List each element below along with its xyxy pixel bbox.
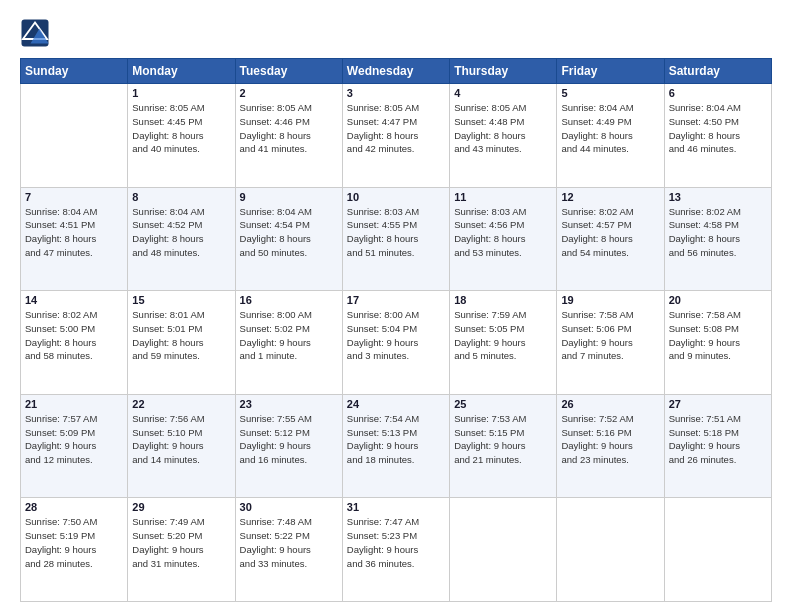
logo-icon <box>20 18 50 48</box>
calendar-cell: 15Sunrise: 8:01 AM Sunset: 5:01 PM Dayli… <box>128 291 235 395</box>
day-detail: Sunrise: 7:59 AM Sunset: 5:05 PM Dayligh… <box>454 308 552 363</box>
calendar-header-saturday: Saturday <box>664 59 771 84</box>
calendar-cell: 12Sunrise: 8:02 AM Sunset: 4:57 PM Dayli… <box>557 187 664 291</box>
calendar-cell: 10Sunrise: 8:03 AM Sunset: 4:55 PM Dayli… <box>342 187 449 291</box>
day-number: 29 <box>132 501 230 513</box>
calendar-cell: 9Sunrise: 8:04 AM Sunset: 4:54 PM Daylig… <box>235 187 342 291</box>
calendar-cell: 13Sunrise: 8:02 AM Sunset: 4:58 PM Dayli… <box>664 187 771 291</box>
day-detail: Sunrise: 8:05 AM Sunset: 4:45 PM Dayligh… <box>132 101 230 156</box>
calendar-cell <box>664 498 771 602</box>
day-number: 24 <box>347 398 445 410</box>
calendar-cell: 22Sunrise: 7:56 AM Sunset: 5:10 PM Dayli… <box>128 394 235 498</box>
calendar-cell <box>21 84 128 188</box>
day-number: 6 <box>669 87 767 99</box>
calendar-cell: 25Sunrise: 7:53 AM Sunset: 5:15 PM Dayli… <box>450 394 557 498</box>
day-detail: Sunrise: 8:02 AM Sunset: 4:57 PM Dayligh… <box>561 205 659 260</box>
day-number: 7 <box>25 191 123 203</box>
calendar-cell: 18Sunrise: 7:59 AM Sunset: 5:05 PM Dayli… <box>450 291 557 395</box>
day-number: 25 <box>454 398 552 410</box>
day-number: 18 <box>454 294 552 306</box>
day-number: 8 <box>132 191 230 203</box>
calendar-cell: 8Sunrise: 8:04 AM Sunset: 4:52 PM Daylig… <box>128 187 235 291</box>
calendar-cell: 1Sunrise: 8:05 AM Sunset: 4:45 PM Daylig… <box>128 84 235 188</box>
day-detail: Sunrise: 8:04 AM Sunset: 4:52 PM Dayligh… <box>132 205 230 260</box>
day-number: 28 <box>25 501 123 513</box>
calendar-cell: 28Sunrise: 7:50 AM Sunset: 5:19 PM Dayli… <box>21 498 128 602</box>
day-detail: Sunrise: 7:47 AM Sunset: 5:23 PM Dayligh… <box>347 515 445 570</box>
calendar-cell: 14Sunrise: 8:02 AM Sunset: 5:00 PM Dayli… <box>21 291 128 395</box>
day-number: 31 <box>347 501 445 513</box>
day-detail: Sunrise: 7:58 AM Sunset: 5:08 PM Dayligh… <box>669 308 767 363</box>
calendar-cell: 27Sunrise: 7:51 AM Sunset: 5:18 PM Dayli… <box>664 394 771 498</box>
day-detail: Sunrise: 8:01 AM Sunset: 5:01 PM Dayligh… <box>132 308 230 363</box>
calendar-header-wednesday: Wednesday <box>342 59 449 84</box>
day-detail: Sunrise: 8:03 AM Sunset: 4:55 PM Dayligh… <box>347 205 445 260</box>
calendar-cell: 17Sunrise: 8:00 AM Sunset: 5:04 PM Dayli… <box>342 291 449 395</box>
day-detail: Sunrise: 8:00 AM Sunset: 5:02 PM Dayligh… <box>240 308 338 363</box>
calendar-cell: 4Sunrise: 8:05 AM Sunset: 4:48 PM Daylig… <box>450 84 557 188</box>
calendar-cell: 29Sunrise: 7:49 AM Sunset: 5:20 PM Dayli… <box>128 498 235 602</box>
day-detail: Sunrise: 7:49 AM Sunset: 5:20 PM Dayligh… <box>132 515 230 570</box>
day-detail: Sunrise: 7:52 AM Sunset: 5:16 PM Dayligh… <box>561 412 659 467</box>
calendar-cell: 19Sunrise: 7:58 AM Sunset: 5:06 PM Dayli… <box>557 291 664 395</box>
day-detail: Sunrise: 8:05 AM Sunset: 4:48 PM Dayligh… <box>454 101 552 156</box>
day-detail: Sunrise: 8:04 AM Sunset: 4:49 PM Dayligh… <box>561 101 659 156</box>
day-detail: Sunrise: 8:05 AM Sunset: 4:46 PM Dayligh… <box>240 101 338 156</box>
day-detail: Sunrise: 8:04 AM Sunset: 4:50 PM Dayligh… <box>669 101 767 156</box>
calendar-cell: 2Sunrise: 8:05 AM Sunset: 4:46 PM Daylig… <box>235 84 342 188</box>
day-detail: Sunrise: 7:56 AM Sunset: 5:10 PM Dayligh… <box>132 412 230 467</box>
day-number: 15 <box>132 294 230 306</box>
day-number: 21 <box>25 398 123 410</box>
day-detail: Sunrise: 8:05 AM Sunset: 4:47 PM Dayligh… <box>347 101 445 156</box>
day-detail: Sunrise: 7:55 AM Sunset: 5:12 PM Dayligh… <box>240 412 338 467</box>
day-detail: Sunrise: 7:48 AM Sunset: 5:22 PM Dayligh… <box>240 515 338 570</box>
day-number: 23 <box>240 398 338 410</box>
calendar-cell: 20Sunrise: 7:58 AM Sunset: 5:08 PM Dayli… <box>664 291 771 395</box>
calendar-week-row: 1Sunrise: 8:05 AM Sunset: 4:45 PM Daylig… <box>21 84 772 188</box>
calendar-header-row: SundayMondayTuesdayWednesdayThursdayFrid… <box>21 59 772 84</box>
day-number: 1 <box>132 87 230 99</box>
calendar-cell: 21Sunrise: 7:57 AM Sunset: 5:09 PM Dayli… <box>21 394 128 498</box>
calendar-week-row: 14Sunrise: 8:02 AM Sunset: 5:00 PM Dayli… <box>21 291 772 395</box>
calendar-header-thursday: Thursday <box>450 59 557 84</box>
day-number: 3 <box>347 87 445 99</box>
day-detail: Sunrise: 8:02 AM Sunset: 4:58 PM Dayligh… <box>669 205 767 260</box>
calendar-cell: 6Sunrise: 8:04 AM Sunset: 4:50 PM Daylig… <box>664 84 771 188</box>
day-detail: Sunrise: 7:50 AM Sunset: 5:19 PM Dayligh… <box>25 515 123 570</box>
calendar-cell <box>450 498 557 602</box>
day-number: 12 <box>561 191 659 203</box>
day-number: 30 <box>240 501 338 513</box>
day-number: 13 <box>669 191 767 203</box>
day-detail: Sunrise: 7:57 AM Sunset: 5:09 PM Dayligh… <box>25 412 123 467</box>
day-number: 2 <box>240 87 338 99</box>
day-number: 20 <box>669 294 767 306</box>
calendar-header-friday: Friday <box>557 59 664 84</box>
day-number: 17 <box>347 294 445 306</box>
day-number: 22 <box>132 398 230 410</box>
day-detail: Sunrise: 8:00 AM Sunset: 5:04 PM Dayligh… <box>347 308 445 363</box>
calendar-cell: 30Sunrise: 7:48 AM Sunset: 5:22 PM Dayli… <box>235 498 342 602</box>
day-number: 16 <box>240 294 338 306</box>
calendar-cell: 3Sunrise: 8:05 AM Sunset: 4:47 PM Daylig… <box>342 84 449 188</box>
day-detail: Sunrise: 8:02 AM Sunset: 5:00 PM Dayligh… <box>25 308 123 363</box>
day-number: 27 <box>669 398 767 410</box>
calendar-cell: 31Sunrise: 7:47 AM Sunset: 5:23 PM Dayli… <box>342 498 449 602</box>
day-detail: Sunrise: 7:58 AM Sunset: 5:06 PM Dayligh… <box>561 308 659 363</box>
calendar-week-row: 21Sunrise: 7:57 AM Sunset: 5:09 PM Dayli… <box>21 394 772 498</box>
day-detail: Sunrise: 7:51 AM Sunset: 5:18 PM Dayligh… <box>669 412 767 467</box>
calendar-cell: 26Sunrise: 7:52 AM Sunset: 5:16 PM Dayli… <box>557 394 664 498</box>
day-number: 5 <box>561 87 659 99</box>
calendar-week-row: 28Sunrise: 7:50 AM Sunset: 5:19 PM Dayli… <box>21 498 772 602</box>
header <box>20 18 772 48</box>
day-number: 19 <box>561 294 659 306</box>
calendar-cell: 7Sunrise: 8:04 AM Sunset: 4:51 PM Daylig… <box>21 187 128 291</box>
day-detail: Sunrise: 8:04 AM Sunset: 4:54 PM Dayligh… <box>240 205 338 260</box>
calendar-week-row: 7Sunrise: 8:04 AM Sunset: 4:51 PM Daylig… <box>21 187 772 291</box>
calendar-cell: 23Sunrise: 7:55 AM Sunset: 5:12 PM Dayli… <box>235 394 342 498</box>
calendar-cell: 24Sunrise: 7:54 AM Sunset: 5:13 PM Dayli… <box>342 394 449 498</box>
calendar-cell <box>557 498 664 602</box>
calendar-cell: 5Sunrise: 8:04 AM Sunset: 4:49 PM Daylig… <box>557 84 664 188</box>
day-detail: Sunrise: 8:03 AM Sunset: 4:56 PM Dayligh… <box>454 205 552 260</box>
calendar-header-monday: Monday <box>128 59 235 84</box>
calendar-cell: 11Sunrise: 8:03 AM Sunset: 4:56 PM Dayli… <box>450 187 557 291</box>
